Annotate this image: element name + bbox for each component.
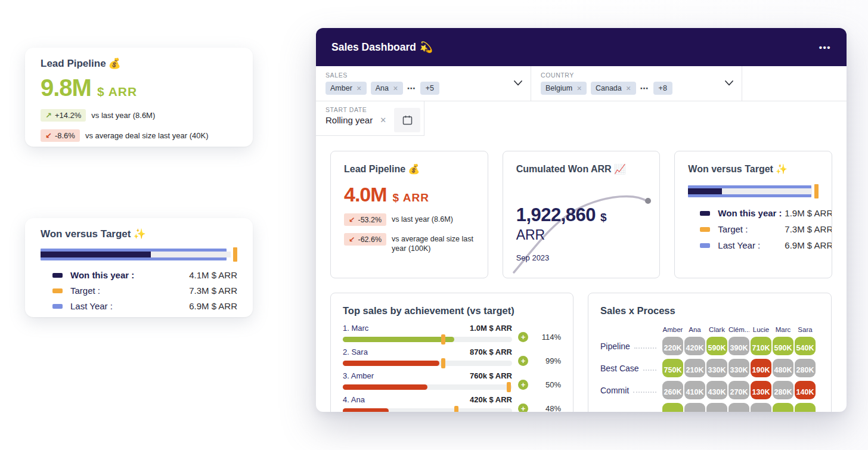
heatmap-cell[interactable]: 270K (728, 381, 749, 399)
chevron-down-icon[interactable] (514, 80, 522, 86)
sales-dashboard-panel: Sales Dashboard💫 ••• SALES Amber ✕ Ana ✕… (316, 28, 847, 412)
expand-plus-button[interactable]: + (518, 356, 528, 366)
target-marker (454, 406, 458, 412)
heatmap-cell[interactable] (706, 403, 727, 412)
legend-row-lastyear: Last Year : 6.9M $ ARR (688, 240, 819, 250)
clear-date-icon[interactable]: ✕ (380, 116, 386, 125)
bullet-chart (41, 249, 237, 260)
row-label-wrap: Best Case (600, 364, 662, 373)
bullet-target-marker (814, 184, 819, 198)
heatmap-cell[interactable]: 130K (751, 381, 771, 399)
country-filter[interactable]: COUNTRY Belgium ✕ Canada ✕ ⋯ +8 (531, 66, 742, 101)
achievement-pct: 114% (536, 333, 561, 342)
chip-canada[interactable]: Canada ✕ (591, 82, 636, 95)
top-sales-card: Top sales by achievement (vs target) 1. … (330, 293, 574, 412)
start-date-filter[interactable]: START DATE Rolling year ✕ (316, 101, 424, 136)
dotted-leader (634, 347, 656, 349)
legend-row-won: Won this year : 1.9M $ ARR (688, 208, 819, 218)
more-chips-badge[interactable]: +8 (653, 82, 672, 95)
top-sales-row-main: 1. Marc 1.0M $ ARR (343, 324, 512, 342)
salesperson-name: 3. Amber (343, 371, 374, 380)
heatmap-cell[interactable]: 330K (728, 359, 749, 377)
ellipsis-icon: ⋯ (640, 83, 649, 93)
won-swatch-icon (52, 273, 63, 278)
heatmap-cell[interactable] (684, 403, 705, 412)
arrow-up-right-icon: ↗ (45, 111, 52, 120)
remove-chip-icon[interactable]: ✕ (356, 85, 362, 92)
heatmap-cell[interactable]: 480K (773, 359, 793, 377)
expand-plus-button[interactable]: + (518, 332, 528, 342)
heatmap-cell[interactable]: 420K (684, 337, 705, 355)
legend: Won this year : 4.1M $ ARR Target : 7.3M… (41, 270, 237, 311)
heatmap-cell[interactable] (751, 403, 771, 412)
heatmap-cell[interactable]: 280K (795, 359, 816, 377)
bullet-chart (688, 185, 819, 197)
heatmap-cell[interactable]: 190K (751, 359, 771, 377)
remove-chip-icon[interactable]: ✕ (576, 85, 582, 92)
legend-label: Last Year : (70, 301, 189, 311)
heatmap-cell[interactable] (795, 403, 816, 412)
heatmap-row-partial (600, 403, 819, 412)
chip-amber[interactable]: Amber ✕ (326, 82, 367, 95)
card-title-text: Cumulated Won ARR (516, 164, 612, 174)
chip-label: Canada (596, 84, 622, 92)
data-point-dot (645, 198, 651, 204)
heatmap-cell[interactable]: 210K (684, 359, 705, 377)
heatmap-cell[interactable]: 590K (773, 337, 793, 355)
column-header: Lucie (751, 326, 771, 333)
legend-row-won: Won this year : 4.1M $ ARR (41, 270, 237, 280)
heatmap-cell[interactable]: 390K (728, 337, 749, 355)
heatmap-cell[interactable]: 590K (706, 337, 727, 355)
more-menu-icon[interactable]: ••• (819, 42, 831, 52)
top-sales-row-line: 2. Sara 870k $ ARR (343, 347, 512, 356)
calendar-button[interactable] (394, 108, 420, 132)
expand-plus-button[interactable]: + (518, 380, 528, 390)
heatmap-cell[interactable]: 410K (684, 381, 705, 399)
trend-text: vs average deal size last year (40K) (85, 129, 209, 141)
heatmap-cell[interactable]: 750K (662, 359, 683, 377)
legend-value: 7.3M $ ARR (189, 285, 237, 296)
kpi-value: 9.8M (41, 75, 91, 101)
page-canvas: Lead Pipeline💰 9.8M $ ARR ↗ +14.2% vs la… (0, 0, 868, 450)
remove-chip-icon[interactable]: ✕ (393, 85, 398, 92)
trend-text: vs last year (8.6M) (91, 109, 155, 120)
salesperson-name: 1. Marc (343, 324, 368, 333)
target-marker (441, 334, 445, 345)
heatmap-cell[interactable]: 260K (662, 381, 683, 399)
chip-belgium[interactable]: Belgium ✕ (541, 82, 587, 95)
row-label-wrap: Commit (600, 386, 662, 395)
top-sales-row-line: 4. Ana 420k $ ARR (343, 395, 512, 404)
more-chips-badge[interactable]: +5 (420, 82, 439, 95)
start-date-row: START DATE Rolling year ✕ (316, 101, 847, 136)
heatmap-cell[interactable]: 280K (773, 381, 793, 399)
heatmap-cell[interactable]: 330K (706, 359, 727, 377)
heatmap-cell[interactable] (773, 403, 793, 412)
kpi-unit: ARR (516, 227, 647, 243)
heatmap-cell[interactable] (662, 403, 683, 412)
legend-value: 6.9M $ ARR (785, 240, 832, 250)
sales-filter[interactable]: SALES Amber ✕ Ana ✕ ⋯ +5 (316, 66, 531, 101)
heatmap-cell[interactable]: 140K (795, 381, 816, 399)
column-header: Ana (684, 326, 705, 333)
heatmap-cell[interactable]: 430K (706, 381, 727, 399)
arrow-down-left-icon: ↙ (349, 235, 355, 244)
top-sales-row-side: + 99% (518, 356, 561, 366)
achievement-bar (343, 337, 454, 342)
chip-ana[interactable]: Ana ✕ (371, 82, 403, 95)
top-sales-row-line: 3. Amber 760k $ ARR (343, 371, 512, 380)
expand-plus-button[interactable]: + (518, 404, 528, 412)
chevron-down-icon[interactable] (725, 80, 733, 86)
comet-icon: 💫 (420, 41, 433, 53)
trend-badge-up: ↗ +14.2% vs last year (8.6M) (41, 109, 237, 122)
legend-label: Won this year : (70, 270, 189, 280)
heatmap-cell[interactable]: 710K (751, 337, 771, 355)
legend: Won this year : 1.9M $ ARR Target : 7.3M… (688, 208, 819, 250)
heatmap-cell[interactable]: 220K (662, 337, 683, 355)
remove-chip-icon[interactable]: ✕ (626, 85, 631, 92)
heatmap-cell[interactable]: 540K (795, 337, 816, 355)
dashboard-content: Lead Pipeline💰 4.0M $ ARR ↙ -53.2% vs la… (316, 136, 847, 412)
achievement-track (343, 384, 512, 390)
heatmap-cell[interactable] (728, 403, 749, 412)
legend-value: 7.3M $ ARR (785, 224, 832, 234)
top-sales-row-main: 4. Ana 420k $ ARR (343, 395, 512, 412)
